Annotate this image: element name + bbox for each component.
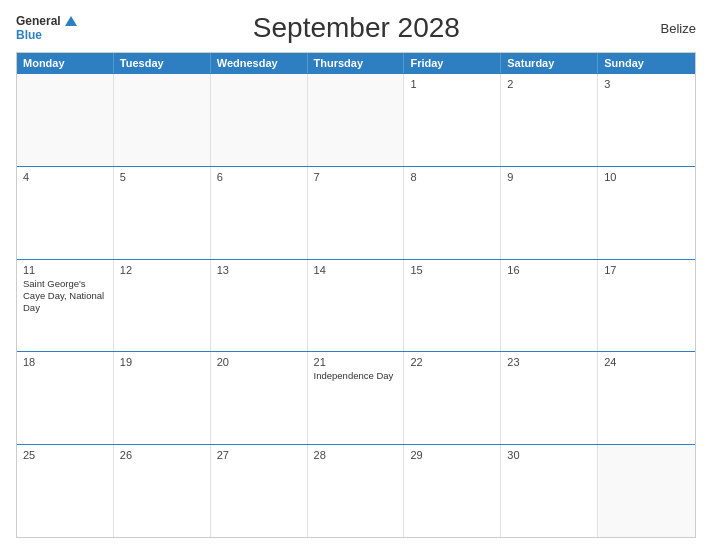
page-title: September 2028 [77, 12, 636, 44]
day-number: 23 [507, 356, 591, 368]
calendar-cell: 26 [114, 445, 211, 537]
day-number: 25 [23, 449, 107, 461]
calendar-cell: 15 [404, 260, 501, 352]
header-thursday: Thursday [308, 53, 405, 73]
calendar-row-3: 18192021Independence Day222324 [17, 351, 695, 444]
day-number: 8 [410, 171, 494, 183]
calendar-cell: 5 [114, 167, 211, 259]
calendar-cell: 28 [308, 445, 405, 537]
calendar-cell: 17 [598, 260, 695, 352]
calendar-cell: 29 [404, 445, 501, 537]
calendar: Monday Tuesday Wednesday Thursday Friday… [16, 52, 696, 538]
logo-triangle-icon [65, 16, 77, 26]
calendar-cell [211, 74, 308, 166]
day-event: Saint George's Caye Day, National Day [23, 278, 107, 315]
header-monday: Monday [17, 53, 114, 73]
day-number: 6 [217, 171, 301, 183]
calendar-cell: 11Saint George's Caye Day, National Day [17, 260, 114, 352]
header-saturday: Saturday [501, 53, 598, 73]
calendar-cell: 30 [501, 445, 598, 537]
header-friday: Friday [404, 53, 501, 73]
logo-general-text: General [16, 14, 61, 28]
day-number: 16 [507, 264, 591, 276]
calendar-cell: 4 [17, 167, 114, 259]
day-number: 27 [217, 449, 301, 461]
day-number: 2 [507, 78, 591, 90]
calendar-cell [598, 445, 695, 537]
calendar-cell: 23 [501, 352, 598, 444]
day-number: 24 [604, 356, 689, 368]
calendar-cell: 9 [501, 167, 598, 259]
logo: General Blue [16, 14, 77, 43]
calendar-cell: 12 [114, 260, 211, 352]
day-number: 18 [23, 356, 107, 368]
calendar-cell: 13 [211, 260, 308, 352]
day-number: 13 [217, 264, 301, 276]
day-number: 1 [410, 78, 494, 90]
calendar-cell: 21Independence Day [308, 352, 405, 444]
header-wednesday: Wednesday [211, 53, 308, 73]
calendar-page: General Blue September 2028 Belize Monda… [0, 0, 712, 550]
day-number: 19 [120, 356, 204, 368]
calendar-cell: 6 [211, 167, 308, 259]
calendar-body: 1234567891011Saint George's Caye Day, Na… [17, 73, 695, 537]
day-number: 3 [604, 78, 689, 90]
calendar-cell [308, 74, 405, 166]
calendar-row-0: 123 [17, 73, 695, 166]
calendar-cell: 25 [17, 445, 114, 537]
calendar-cell [114, 74, 211, 166]
logo-blue-text: Blue [16, 28, 42, 42]
calendar-cell: 2 [501, 74, 598, 166]
day-number: 30 [507, 449, 591, 461]
day-number: 15 [410, 264, 494, 276]
day-number: 20 [217, 356, 301, 368]
day-number: 21 [314, 356, 398, 368]
calendar-cell: 14 [308, 260, 405, 352]
day-number: 11 [23, 264, 107, 276]
day-number: 17 [604, 264, 689, 276]
day-number: 14 [314, 264, 398, 276]
calendar-row-4: 252627282930 [17, 444, 695, 537]
day-number: 12 [120, 264, 204, 276]
calendar-row-2: 11Saint George's Caye Day, National Day1… [17, 259, 695, 352]
calendar-cell: 7 [308, 167, 405, 259]
page-header: General Blue September 2028 Belize [16, 12, 696, 44]
calendar-cell: 8 [404, 167, 501, 259]
day-number: 28 [314, 449, 398, 461]
calendar-cell: 19 [114, 352, 211, 444]
day-event: Independence Day [314, 370, 398, 382]
calendar-header: Monday Tuesday Wednesday Thursday Friday… [17, 53, 695, 73]
header-tuesday: Tuesday [114, 53, 211, 73]
day-number: 22 [410, 356, 494, 368]
header-sunday: Sunday [598, 53, 695, 73]
calendar-cell: 3 [598, 74, 695, 166]
country-label: Belize [636, 21, 696, 36]
calendar-cell: 18 [17, 352, 114, 444]
day-number: 10 [604, 171, 689, 183]
calendar-row-1: 45678910 [17, 166, 695, 259]
day-number: 7 [314, 171, 398, 183]
calendar-cell: 24 [598, 352, 695, 444]
calendar-cell: 16 [501, 260, 598, 352]
calendar-cell [17, 74, 114, 166]
calendar-cell: 22 [404, 352, 501, 444]
calendar-cell: 27 [211, 445, 308, 537]
day-number: 4 [23, 171, 107, 183]
day-number: 29 [410, 449, 494, 461]
calendar-cell: 10 [598, 167, 695, 259]
calendar-cell: 1 [404, 74, 501, 166]
day-number: 9 [507, 171, 591, 183]
day-number: 5 [120, 171, 204, 183]
day-number: 26 [120, 449, 204, 461]
calendar-cell: 20 [211, 352, 308, 444]
